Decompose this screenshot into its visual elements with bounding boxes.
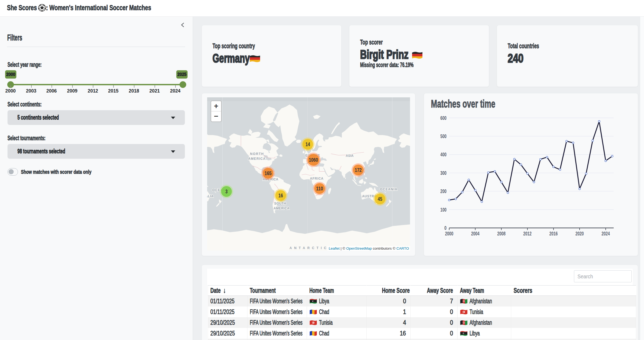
svg-text:AMERICA: AMERICA [274, 206, 290, 210]
svg-text:600: 600 [440, 115, 447, 121]
svg-text:Leaflet | © OpenStreetMap cont: Leaflet | © OpenStreetMap contributors ©… [329, 246, 409, 250]
svg-text:0: 0 [444, 225, 447, 231]
svg-text:200: 200 [440, 188, 447, 194]
svg-text:2024: 2024 [602, 230, 610, 236]
svg-text:SOUTH: SOUTH [274, 202, 286, 205]
svg-text:2016: 2016 [549, 230, 558, 236]
svg-text:2020: 2020 [576, 230, 584, 236]
svg-text:2012: 2012 [523, 230, 532, 236]
svg-text:3: 3 [225, 188, 228, 194]
svg-text:172: 172 [355, 167, 362, 173]
svg-text:500: 500 [440, 133, 447, 139]
svg-text:2008: 2008 [497, 230, 506, 236]
svg-text:16: 16 [279, 192, 283, 198]
svg-text:110: 110 [316, 185, 323, 191]
svg-text:AMERICA: AMERICA [248, 157, 265, 161]
svg-text:2004: 2004 [471, 230, 480, 236]
svg-text:1060: 1060 [309, 157, 318, 163]
svg-text:300: 300 [440, 170, 447, 176]
svg-text:AUSTRALIA: AUSTRALIA [207, 194, 214, 198]
svg-text:ASIA: ASIA [346, 154, 354, 158]
svg-text:400: 400 [440, 151, 447, 157]
svg-text:+: + [214, 102, 218, 110]
svg-text:45: 45 [378, 196, 382, 202]
svg-text:NORTH: NORTH [250, 152, 264, 156]
svg-text:AFRICA: AFRICA [310, 177, 323, 180]
svg-text:14: 14 [306, 141, 310, 147]
svg-text:2000: 2000 [445, 230, 453, 236]
svg-text:100: 100 [440, 206, 447, 213]
svg-text:165: 165 [265, 170, 272, 176]
svg-text:−: − [214, 112, 218, 120]
